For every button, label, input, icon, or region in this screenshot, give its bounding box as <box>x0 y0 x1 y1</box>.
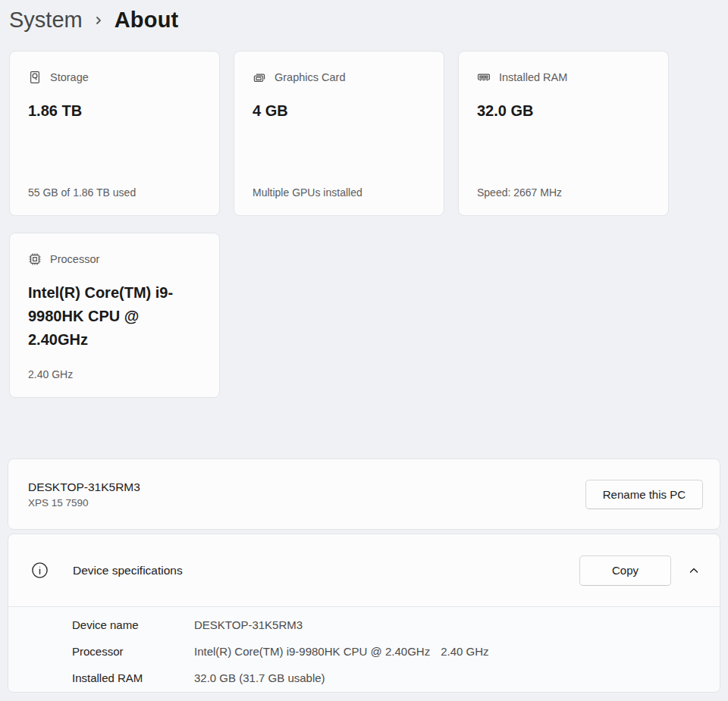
device-name-panel: DESKTOP-31K5RM3 XPS 15 7590 Rename this … <box>8 458 720 530</box>
processor-card-footer: 2.40 GHz <box>28 368 201 380</box>
graphics-card-footer: Multiple GPUs installed <box>253 186 425 199</box>
device-specifications-panel: Device specifications Copy Device name D… <box>8 534 720 693</box>
spec-value: 32.0 GB (31.7 GB usable) <box>194 671 325 684</box>
spec-label: Installed RAM <box>72 671 194 684</box>
installed-ram-value: 32.0 GB <box>477 99 650 123</box>
storage-card-footer: 55 GB of 1.86 TB used <box>28 186 201 199</box>
graphics-card-header: Graphics Card <box>253 70 425 84</box>
chevron-right-icon <box>93 15 104 26</box>
installed-ram-footer: Speed: 2667 MHz <box>477 186 650 199</box>
spec-label: Processor <box>72 645 194 658</box>
rename-pc-button[interactable]: Rename this PC <box>585 480 703 509</box>
device-specifications-header[interactable]: Device specifications Copy <box>8 534 720 606</box>
processor-card-value: Intel(R) Core(TM) i9-9980HK CPU @ 2.40GH… <box>28 281 201 352</box>
spec-row-installed-ram: Installed RAM 32.0 GB (31.7 GB usable) <box>72 671 701 693</box>
processor-card-header: Processor <box>28 252 201 266</box>
device-model-text: XPS 15 7590 <box>28 497 140 509</box>
graphics-card-label: Graphics Card <box>275 71 345 83</box>
spec-row-device-name: Device name DESKTOP-31K5RM3 <box>72 618 701 645</box>
processor-card: Processor Intel(R) Core(TM) i9-9980HK CP… <box>9 233 220 398</box>
device-specifications-body: Device name DESKTOP-31K5RM3 Processor In… <box>8 606 720 693</box>
breadcrumb-system-link[interactable]: System <box>9 8 83 33</box>
device-name-text: DESKTOP-31K5RM3 <box>28 480 140 494</box>
device-identity: DESKTOP-31K5RM3 XPS 15 7590 <box>28 480 140 509</box>
installed-ram-header: Installed RAM <box>477 70 650 84</box>
graphics-card-card: Graphics Card 4 GB Multiple GPUs install… <box>234 51 444 216</box>
processor-card-label: Processor <box>50 253 99 265</box>
installed-ram-label: Installed RAM <box>499 71 567 83</box>
installed-ram-card: Installed RAM 32.0 GB Speed: 2667 MHz <box>458 51 669 216</box>
device-specifications-title: Device specifications <box>73 564 183 577</box>
storage-card-label: Storage <box>50 71 89 83</box>
spec-value: DESKTOP-31K5RM3 <box>194 618 303 631</box>
storage-card-value: 1.86 TB <box>28 99 201 123</box>
gpu-icon <box>253 70 266 84</box>
breadcrumb: System About <box>8 6 720 51</box>
summary-card-grid: Storage 1.86 TB 55 GB of 1.86 TB used Gr… <box>9 51 720 398</box>
spec-label: Device name <box>72 618 194 631</box>
spec-value-extra: 2.40 GHz <box>441 645 488 658</box>
copy-button[interactable]: Copy <box>579 555 671 586</box>
spec-row-processor: Processor Intel(R) Core(TM) i9-9980HK CP… <box>72 645 701 671</box>
storage-card: Storage 1.86 TB 55 GB of 1.86 TB used <box>9 51 220 216</box>
page-title: About <box>115 8 179 33</box>
spec-value: Intel(R) Core(TM) i9-9980HK CPU @ 2.40GH… <box>194 645 430 658</box>
settings-about-page: System About Storage 1.86 TB 55 GB of 1.… <box>0 0 728 693</box>
ram-icon <box>477 70 491 84</box>
cpu-icon <box>28 252 42 266</box>
info-icon <box>31 562 49 579</box>
chevron-up-icon[interactable] <box>688 565 700 577</box>
graphics-card-value: 4 GB <box>253 99 425 123</box>
storage-card-header: Storage <box>28 70 201 84</box>
hard-drive-icon <box>28 70 42 84</box>
